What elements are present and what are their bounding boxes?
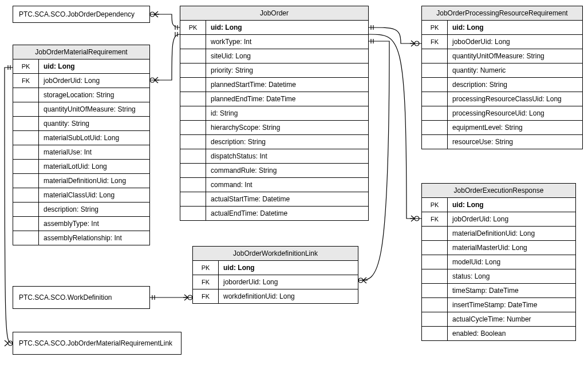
box-joborderdependency: PTC.SCA.SCO.JobOrderDependency	[13, 6, 150, 23]
key-cell	[180, 92, 206, 106]
table-row: enabled: Boolean	[422, 327, 575, 341]
key-cell	[13, 102, 39, 117]
table-row: quantityUnitOfMeasure: String	[422, 49, 582, 64]
table-row: FKjoboOderUid: Long	[422, 35, 582, 49]
key-cell	[13, 174, 39, 188]
key-cell	[180, 121, 206, 135]
table-row: actualEndTime: Datetime	[180, 207, 368, 221]
key-cell	[13, 217, 39, 231]
key-cell	[422, 284, 448, 298]
field-cell: actualStartTime: Datetime	[206, 192, 369, 207]
field-cell: plannedEndTime: DateTime	[206, 92, 369, 106]
key-cell	[422, 92, 448, 106]
key-cell	[422, 312, 448, 327]
key-cell: PK	[13, 59, 39, 74]
key-cell	[422, 49, 448, 64]
entity-title: JobOrderMaterialRequirement	[13, 45, 149, 59]
field-cell: commandRule: String	[206, 164, 369, 178]
entity-joborder-material-requirement: JobOrderMaterialRequirement PKuid: LongF…	[13, 45, 150, 245]
field-cell: uid: Long	[219, 261, 358, 275]
key-cell	[180, 207, 206, 221]
field-cell: quantity: String	[39, 117, 150, 131]
box-label: PTC.SCA.SCO.WorkDefinition	[19, 293, 112, 301]
key-cell	[13, 160, 39, 174]
field-cell: uid: Long	[39, 59, 150, 74]
field-cell: timeStamp: DateTime	[448, 284, 576, 298]
table-row: command: Int	[180, 178, 368, 192]
field-cell: assemblyType: Int	[39, 217, 150, 231]
entity-joborder-exec-response: JobOrderExecutionResponse PKuid: LongFKj…	[421, 183, 576, 341]
key-cell	[422, 298, 448, 312]
table-row: materialUse: Int	[13, 145, 149, 160]
key-cell: FK	[13, 74, 39, 88]
table-row: plannedEndTime: DateTime	[180, 92, 368, 106]
entity-rows: PKuid: LongFKjobOrderUid: LongmaterialDe…	[422, 198, 575, 340]
field-cell: materialDefinitionUid: Long	[39, 174, 150, 188]
key-cell	[422, 121, 448, 135]
field-cell: uid: Long	[448, 21, 583, 35]
table-row: FKjobOrderUid: Long	[422, 212, 575, 227]
field-cell: materialClassUid: Long	[39, 188, 150, 203]
key-cell	[13, 203, 39, 217]
key-cell: FK	[422, 35, 448, 49]
table-row: plannedStartTime: Datetime	[180, 78, 368, 92]
field-cell: joboOderUid: Long	[448, 35, 583, 49]
field-cell: quantityUnitOfMeasure: String	[448, 49, 583, 64]
key-cell: FK	[422, 212, 448, 227]
table-row: id: String	[180, 106, 368, 121]
entity-title: JobOrderProcessingResourceRequirement	[422, 6, 582, 21]
key-cell	[13, 145, 39, 160]
field-cell: description: String	[206, 135, 369, 149]
field-cell: jobOrderUid: Long	[448, 212, 576, 227]
key-cell	[180, 35, 206, 49]
table-row: actualStartTime: Datetime	[180, 192, 368, 207]
key-cell	[180, 106, 206, 121]
field-cell: materialSubLotUid: Long	[39, 131, 150, 145]
key-cell	[13, 188, 39, 203]
table-row: hierarchyScope: String	[180, 121, 368, 135]
table-row: insertTimeStamp: DateTime	[422, 298, 575, 312]
entity-joborder-proc-res-req: JobOrderProcessingResourceRequirement PK…	[421, 6, 583, 149]
entity-rows: PKuid: LongFKjoborderUid: LongFKworkdefi…	[193, 261, 358, 303]
field-cell: processingResourceClassUid: Long	[448, 92, 583, 106]
field-cell: insertTimeStamp: DateTime	[448, 298, 576, 312]
table-row: PKuid: Long	[193, 261, 358, 275]
table-row: PKuid: Long	[180, 21, 368, 35]
field-cell: actualEndTime: Datetime	[206, 207, 369, 221]
table-row: modelUid: Long	[422, 255, 575, 269]
key-cell	[180, 164, 206, 178]
field-cell: hierarchyScope: String	[206, 121, 369, 135]
key-cell: FK	[193, 289, 219, 304]
key-cell	[180, 49, 206, 64]
table-row: assemblyRelationship: Int	[13, 231, 149, 245]
table-row: PKuid: Long	[422, 21, 582, 35]
key-cell	[422, 327, 448, 341]
field-cell: plannedStartTime: Datetime	[206, 78, 369, 92]
entity-joborder: JobOrder PKuid: LongworkType: IntsiteUid…	[180, 6, 369, 221]
key-cell	[422, 269, 448, 284]
table-row: storageLocation: String	[13, 88, 149, 102]
key-cell	[422, 241, 448, 255]
table-row: commandRule: String	[180, 164, 368, 178]
entity-title: JobOrderWorkdefinitionLink	[193, 247, 358, 261]
field-cell: quantityUnitOfMeasure: String	[39, 102, 150, 117]
table-row: materialClassUid: Long	[13, 188, 149, 203]
table-row: equipmentLevel: String	[422, 121, 582, 135]
field-cell: enabled: Boolean	[448, 327, 576, 341]
table-row: workType: Int	[180, 35, 368, 49]
field-cell: joborderUid: Long	[219, 275, 358, 289]
table-row: dispatchStatus: Int	[180, 149, 368, 164]
key-cell: PK	[422, 21, 448, 35]
field-cell: quantity: Numeric	[448, 64, 583, 78]
field-cell: materialUse: Int	[39, 145, 150, 160]
table-row: description: String	[180, 135, 368, 149]
key-cell: FK	[193, 275, 219, 289]
table-row: FKworkdefinitionUid: Long	[193, 289, 358, 304]
key-cell	[13, 88, 39, 102]
field-cell: materialMasterUid: Long	[448, 241, 576, 255]
field-cell: jobOrderUid: Long	[39, 74, 150, 88]
key-cell	[422, 135, 448, 149]
box-joborder-matreq-link: PTC.SCA.SCO.JobOrderMaterialRequirementL…	[13, 332, 181, 355]
field-cell: materialDefinitionUid: Long	[448, 227, 576, 241]
table-row: timeStamp: DateTime	[422, 284, 575, 298]
